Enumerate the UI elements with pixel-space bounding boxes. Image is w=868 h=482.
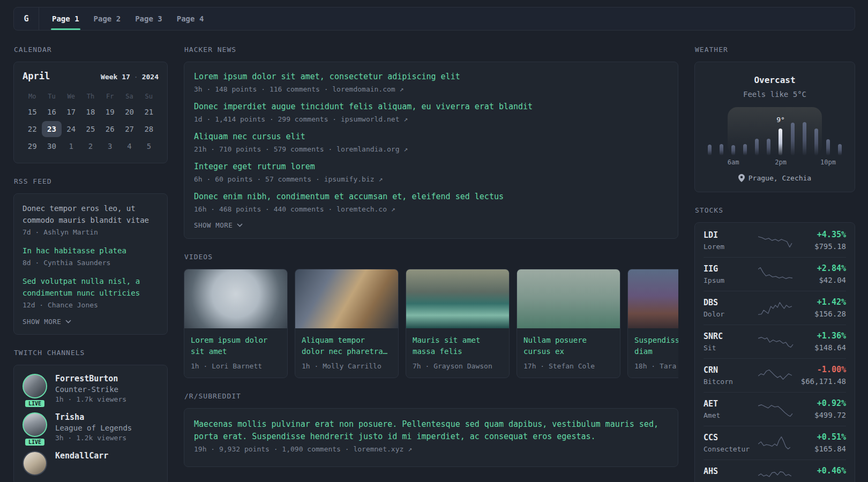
rss-item: Sed volutpat nulla nisl, a condimentum n… bbox=[23, 275, 159, 309]
twitch-channel[interactable]: LIVEForrestBurtonCounter-Strike1h · 1.7k… bbox=[23, 374, 159, 403]
reddit-post-title[interactable]: Maecenas mollis pulvinar erat non posuer… bbox=[194, 418, 668, 443]
stock-values: +0.46% bbox=[797, 466, 846, 482]
video-meta: 7h · Grayson Dawson bbox=[406, 357, 509, 378]
video-thumbnail[interactable] bbox=[517, 269, 620, 328]
twitch-channel[interactable]: LIVETrishaLeague of Legends3h · 1.2k vie… bbox=[23, 412, 159, 442]
hacker-news-item: Donec enim nibh, condimentum et accumsan… bbox=[194, 191, 668, 213]
video-thumbnail[interactable] bbox=[295, 269, 398, 328]
video-thumbnail[interactable] bbox=[184, 269, 287, 328]
hacker-news-item-title[interactable]: Donec enim nibh, condimentum et accumsan… bbox=[194, 191, 668, 202]
calendar-day-current: 23 bbox=[42, 121, 61, 137]
stock-name: Dolor bbox=[704, 310, 755, 318]
hacker-news-item-title[interactable]: Aliquam nec cursus elit bbox=[194, 131, 668, 142]
video-card[interactable]: Nullam posuere cursus ex17h · Stefan Col… bbox=[517, 269, 620, 378]
external-link-icon[interactable]: ↗ bbox=[391, 205, 395, 213]
tab-page-3[interactable]: Page 3 bbox=[135, 7, 162, 30]
stock-row[interactable]: IIGIpsum+2.84%$42.04 bbox=[704, 257, 846, 291]
stock-sparkline bbox=[755, 469, 797, 482]
video-title[interactable]: Aliquam tempor dolor nec pharetra… bbox=[295, 328, 398, 357]
hacker-news-item-title[interactable]: Integer eget rutrum lorem bbox=[194, 161, 668, 172]
hacker-news-item-meta: 16h · 468 points · 440 comments · loremt… bbox=[194, 205, 668, 213]
video-card[interactable]: Mauris sit amet massa felis7h · Grayson … bbox=[406, 269, 510, 378]
stock-sparkline bbox=[755, 435, 797, 451]
dashboard-page: G Page 1Page 2Page 3Page 4 CALENDAR Apri… bbox=[0, 0, 868, 482]
twitch-channel-name[interactable]: Trisha bbox=[55, 412, 132, 422]
weather-bar bbox=[791, 123, 795, 155]
external-link-icon[interactable]: ↗ bbox=[403, 145, 408, 153]
twitch-channel-name[interactable]: KendallCarr bbox=[55, 451, 108, 461]
twitch-channel-name[interactable]: ForrestBurton bbox=[55, 374, 126, 383]
hacker-news-item-title[interactable]: Lorem ipsum dolor sit amet, consectetur … bbox=[194, 71, 668, 82]
calendar-day: 18 bbox=[81, 104, 100, 120]
stocks-section: STOCKS LDILorem+4.35%$795.18IIGIpsum+2.8… bbox=[694, 206, 855, 482]
calendar-day: 3 bbox=[100, 138, 119, 154]
video-thumbnail[interactable] bbox=[406, 269, 509, 328]
hacker-news-item: Aliquam nec cursus elit21h · 710 points … bbox=[194, 131, 668, 153]
weather-bar bbox=[755, 139, 759, 155]
calendar-section: CALENDAR April Week 17 · 2024 MoTuWeThFr… bbox=[13, 46, 168, 163]
stock-price: $795.18 bbox=[797, 242, 846, 251]
hacker-news-item-title[interactable]: Donec imperdiet augue tincidunt felis al… bbox=[194, 101, 668, 112]
stock-row[interactable]: CRNBitcorn-1.00%$66,171.48 bbox=[704, 358, 846, 392]
video-title[interactable]: Mauris sit amet massa felis bbox=[406, 328, 509, 357]
stock-row[interactable]: SNRCSit+1.36%$148.64 bbox=[704, 325, 846, 358]
stock-row[interactable]: DBSDolor+1.42%$156.28 bbox=[704, 291, 846, 325]
external-link-icon[interactable]: ↗ bbox=[400, 85, 404, 93]
stock-symbol: DBS bbox=[704, 298, 755, 307]
rss-item-title[interactable]: Sed volutpat nulla nisl, a condimentum n… bbox=[23, 275, 159, 299]
dashboard-columns: CALENDAR April Week 17 · 2024 MoTuWeThFr… bbox=[13, 46, 855, 482]
calendar-day: 29 bbox=[23, 138, 42, 154]
videos-section: VIDEOS Lorem ipsum dolor sit amet consec… bbox=[184, 253, 678, 378]
calendar-day: 24 bbox=[62, 121, 81, 137]
axis-tick-label: 6am bbox=[728, 159, 739, 166]
stock-name: Amet bbox=[704, 411, 755, 419]
avatar bbox=[23, 412, 47, 437]
hacker-news-show-more-button[interactable]: SHOW MORE bbox=[194, 221, 668, 229]
external-link-icon[interactable]: ↗ bbox=[403, 115, 408, 123]
rss-item-title[interactable]: In hac habitasse platea bbox=[23, 245, 159, 257]
video-thumbnail[interactable] bbox=[628, 269, 678, 328]
calendar-day: 30 bbox=[42, 138, 61, 154]
video-card[interactable]: Suspendisse diam18h · Tara bbox=[627, 269, 678, 378]
weekday-label: Fr bbox=[100, 90, 119, 103]
external-link-icon[interactable]: ↗ bbox=[408, 445, 412, 453]
twitch-channel[interactable]: KendallCarr bbox=[23, 451, 159, 476]
stock-id: SNRCSit bbox=[704, 332, 755, 352]
avatar bbox=[23, 451, 47, 476]
left-column: CALENDAR April Week 17 · 2024 MoTuWeThFr… bbox=[13, 46, 168, 482]
stock-values: +2.84%$42.04 bbox=[797, 263, 846, 284]
stock-row[interactable]: CCSConsectetur+0.51%$165.84 bbox=[704, 426, 846, 460]
twitch-channel-game: Counter-Strike bbox=[55, 385, 126, 394]
video-title[interactable]: Nullam posuere cursus ex bbox=[517, 328, 620, 357]
tab-page-1[interactable]: Page 1 bbox=[52, 7, 79, 30]
rss-show-more-button[interactable]: SHOW MORE bbox=[23, 318, 159, 326]
stock-change: -1.00% bbox=[797, 365, 846, 374]
video-card[interactable]: Lorem ipsum dolor sit amet consectetu…1h… bbox=[184, 269, 288, 378]
stock-row[interactable]: LDILorem+4.35%$795.18 bbox=[704, 224, 846, 257]
calendar-grid: MoTuWeThFrSaSu15161718192021222324252627… bbox=[23, 90, 159, 154]
tab-page-4[interactable]: Page 4 bbox=[177, 7, 204, 30]
weather-bar bbox=[731, 145, 735, 155]
rss-item-meta: 7d · Ashlyn Martin bbox=[23, 228, 159, 236]
stock-change: +0.51% bbox=[797, 432, 846, 442]
video-card[interactable]: Aliquam tempor dolor nec pharetra…1h · M… bbox=[295, 269, 399, 378]
rss-item-title[interactable]: Donec tempor eros leo, ut commodo mauris… bbox=[23, 202, 159, 226]
weather-bars bbox=[702, 107, 847, 155]
video-title[interactable]: Lorem ipsum dolor sit amet consectetu… bbox=[184, 328, 287, 357]
avatar-wrap: LIVE bbox=[23, 374, 47, 403]
twitch-widget: LIVEForrestBurtonCounter-Strike1h · 1.7k… bbox=[13, 365, 168, 482]
hacker-news-item: Donec imperdiet augue tincidunt felis al… bbox=[194, 101, 668, 123]
app-logo[interactable]: G bbox=[14, 7, 39, 30]
right-column: WEATHER Overcast Feels like 5°C 9° 6am2p… bbox=[694, 46, 855, 482]
weather-bar bbox=[743, 144, 747, 155]
stock-sparkline bbox=[755, 232, 797, 248]
video-meta: 1h · Lori Barnett bbox=[184, 357, 287, 378]
external-link-icon[interactable]: ↗ bbox=[378, 175, 383, 183]
twitch-channel-info: ForrestBurtonCounter-Strike1h · 1.7k vie… bbox=[55, 374, 126, 403]
stock-row[interactable]: AETAmet+0.92%$499.72 bbox=[704, 392, 846, 426]
videos-section-title: VIDEOS bbox=[184, 253, 678, 261]
stock-row[interactable]: AHS+0.46% bbox=[704, 460, 846, 482]
video-title[interactable]: Suspendisse diam bbox=[628, 328, 678, 357]
tab-page-2[interactable]: Page 2 bbox=[94, 7, 121, 30]
rss-widget: Donec tempor eros leo, ut commodo mauris… bbox=[13, 193, 168, 335]
